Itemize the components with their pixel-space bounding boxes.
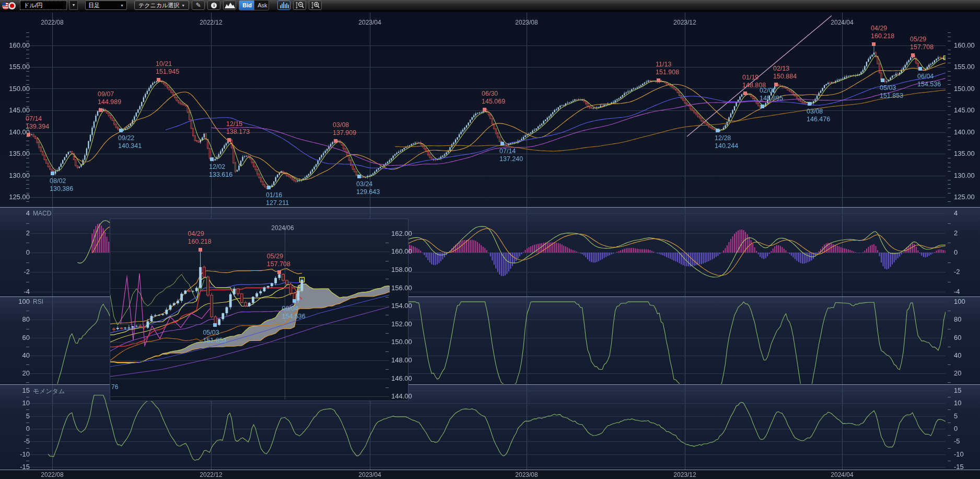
annotation-high: 03/08137.909 bbox=[333, 121, 356, 137]
chevron-down-icon: ▼ bbox=[181, 4, 185, 7]
tick-chart-button[interactable] bbox=[277, 1, 290, 10]
annotation-high: 09/07144.989 bbox=[98, 90, 121, 106]
inset-price-axis-label: 156.00 bbox=[391, 284, 412, 292]
price-axis-label: 130.00 bbox=[6, 172, 30, 179]
date-axis-label-bottom: 2023/08 bbox=[507, 471, 546, 478]
swing-low-marker bbox=[716, 129, 719, 132]
date-axis-label-top: 2022/12 bbox=[191, 19, 231, 26]
swing-low-marker bbox=[293, 299, 296, 303]
rsi-axis-label: 40 bbox=[954, 351, 961, 359]
annotation-price: 140.341 bbox=[118, 142, 142, 150]
annotation-price: 151.945 bbox=[156, 68, 179, 76]
annotation-price: 145.895 bbox=[760, 95, 783, 102]
price-axis-label: 150.00 bbox=[6, 85, 30, 93]
ask-button[interactable]: Ask bbox=[254, 1, 269, 10]
inset-chart-canvas[interactable] bbox=[110, 219, 408, 401]
swing-high-marker bbox=[483, 108, 486, 111]
timeframe-select[interactable]: 日足 ▼ bbox=[85, 1, 127, 10]
annotation-high: 10/21151.945 bbox=[156, 60, 179, 76]
momentum-axis-label: -5 bbox=[6, 437, 30, 445]
macd-panel-title: MACD bbox=[33, 210, 51, 217]
macd-axis-label: 4 bbox=[954, 209, 958, 217]
annotation-date: 03/08 bbox=[333, 121, 356, 129]
cutoff-label-fragment: 76 bbox=[111, 383, 118, 391]
momentum-axis-label: 15 bbox=[6, 386, 30, 394]
annotation-low: 01/16127.211 bbox=[266, 191, 289, 207]
chart-application: ドル/円 ▼ 日足 ▼ テクニカル選択 ▼ ✎ i Bid Ask bbox=[0, 0, 980, 479]
annotation-date: 06/04 bbox=[917, 73, 941, 81]
annotation-price: 140.244 bbox=[715, 142, 738, 150]
annotation-date: 05/29 bbox=[910, 36, 934, 43]
macd-axis-label: -2 bbox=[954, 268, 960, 276]
annotation-date: 06/04 bbox=[282, 305, 306, 313]
swing-low-marker bbox=[761, 105, 764, 108]
date-axis-label-top: 2023/04 bbox=[350, 19, 390, 26]
annotation-date: 02/13 bbox=[773, 65, 797, 73]
annotation-date: 04/29 bbox=[871, 25, 894, 32]
momentum-axis-label: 15 bbox=[954, 386, 961, 394]
chart-style-button[interactable] bbox=[223, 1, 236, 10]
annotation-date: 05/03 bbox=[880, 84, 903, 92]
bid-button[interactable]: Bid bbox=[239, 1, 254, 10]
momentum-axis-label: -15 bbox=[6, 463, 30, 471]
swing-low-marker bbox=[210, 157, 214, 161]
date-axis-label-bottom: 2023/04 bbox=[350, 471, 390, 478]
rsi-axis-label: 60 bbox=[6, 334, 30, 341]
zoom-in-button[interactable] bbox=[309, 1, 322, 10]
inset-price-axis-label: 162.00 bbox=[391, 230, 412, 237]
momentum-axis-label: 5 bbox=[6, 412, 30, 420]
annotation-date: 01/16 bbox=[266, 191, 289, 199]
annotation-price: 144.989 bbox=[98, 98, 121, 106]
inset-price-axis-label: 146.00 bbox=[391, 374, 412, 382]
momentum-axis-label: -15 bbox=[954, 463, 964, 471]
annotation-price: 160.218 bbox=[871, 32, 894, 40]
macd-axis-label: -4 bbox=[954, 288, 960, 295]
technical-select-button[interactable]: テクニカル選択 ▼ bbox=[134, 1, 189, 10]
date-axis-label-bottom: 2022/08 bbox=[32, 471, 72, 478]
annotation-low: 05/03151.853 bbox=[203, 329, 226, 345]
swing-low-marker bbox=[808, 102, 811, 106]
annotation-high: 12/15138.173 bbox=[226, 120, 250, 136]
pencil-icon: ✎ bbox=[196, 2, 201, 9]
swing-high-marker bbox=[199, 248, 202, 252]
tick-chart-icon bbox=[279, 2, 289, 8]
swing-low-marker bbox=[357, 175, 361, 178]
annotation-price: 138.173 bbox=[226, 128, 250, 136]
annotation-date: 12/28 bbox=[715, 134, 738, 142]
price-axis-label: 135.00 bbox=[954, 150, 975, 157]
date-axis-label-top: 2023/12 bbox=[665, 19, 705, 26]
annotation-price: 151.853 bbox=[203, 337, 226, 345]
momentum-axis-label: 5 bbox=[954, 412, 958, 420]
swing-low-marker bbox=[881, 78, 884, 82]
rsi-axis-label: 100 bbox=[954, 298, 965, 305]
jp-flag-icon bbox=[8, 2, 16, 10]
momentum-axis-label: -5 bbox=[954, 437, 960, 445]
currency-pair-label: ドル/円 bbox=[24, 2, 43, 8]
annotation-date: 01/19 bbox=[742, 74, 766, 82]
mountain-chart-icon bbox=[225, 2, 235, 8]
price-axis-label: 160.00 bbox=[954, 41, 975, 49]
swing-high-marker bbox=[872, 42, 876, 46]
swing-high-marker bbox=[99, 108, 102, 112]
inset-chart-window[interactable]: 76 2024/06162.00160.00158.00156.00154.00… bbox=[110, 219, 409, 401]
toolbar: ドル/円 ▼ 日足 ▼ テクニカル選択 ▼ ✎ i Bid Ask bbox=[0, 0, 980, 12]
draw-tool-button[interactable]: ✎ bbox=[192, 1, 205, 10]
annotation-price: 151.908 bbox=[656, 69, 679, 76]
macd-axis-label: 0 bbox=[6, 248, 30, 256]
rsi-axis-label: 100 bbox=[6, 298, 30, 305]
inset-date-label: 2024/06 bbox=[263, 224, 302, 232]
annotation-price: 137.240 bbox=[499, 155, 523, 163]
annotation-high: 05/29157.708 bbox=[267, 253, 290, 268]
currency-pair-select[interactable]: ドル/円 bbox=[20, 1, 67, 10]
inset-price-axis-label: 144.00 bbox=[391, 392, 412, 400]
price-axis-label: 140.00 bbox=[954, 128, 975, 136]
technical-select-label: テクニカル選択 bbox=[138, 2, 179, 9]
info-button[interactable]: i bbox=[207, 1, 220, 10]
zoom-out-button[interactable] bbox=[293, 1, 306, 10]
price-axis-label: 145.00 bbox=[6, 106, 30, 114]
currency-pair-dropdown-arrow[interactable]: ▼ bbox=[69, 1, 78, 10]
rsi-axis-label: 80 bbox=[954, 315, 961, 323]
momentum-axis-label: 0 bbox=[954, 425, 958, 432]
swing-high-marker bbox=[334, 139, 337, 143]
annotation-price: 160.218 bbox=[188, 238, 212, 246]
